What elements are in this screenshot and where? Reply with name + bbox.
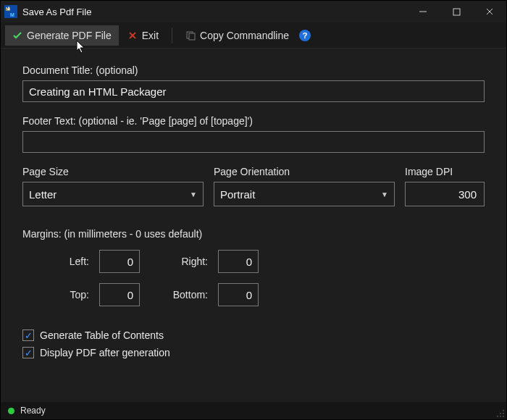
- chevron-down-icon: ▼: [381, 190, 388, 198]
- margin-bottom-label: Bottom:: [150, 289, 208, 301]
- svg-point-12: [500, 413, 501, 414]
- margins-label: Margins: (in millimeters - 0 uses defaul…: [22, 228, 485, 240]
- check-icon: [12, 30, 22, 41]
- resize-grip-icon[interactable]: [495, 408, 505, 418]
- page-orientation-select[interactable]: Portrait ▼: [214, 182, 395, 206]
- copy-commandline-label: Copy Commandline: [200, 30, 289, 41]
- copy-commandline-button[interactable]: Copy Commandline: [178, 25, 296, 46]
- margin-top-input[interactable]: [99, 283, 140, 306]
- close-button[interactable]: [473, 1, 506, 22]
- toolbar-separator: [172, 28, 172, 43]
- footer-text-label: Footer Text: (optional - ie. 'Page [page…: [22, 115, 485, 127]
- svg-point-11: [503, 410, 504, 411]
- generate-toc-label: Generate Table of Contents: [40, 329, 164, 341]
- svg-rect-10: [189, 33, 195, 40]
- svg-point-15: [500, 416, 501, 417]
- svg-point-14: [497, 416, 498, 417]
- image-dpi-label: Image DPI: [405, 166, 485, 177]
- title-bar: M M Save As Pdf File: [1, 1, 506, 22]
- page-size-label: Page Size: [22, 166, 204, 177]
- app-icon: M M: [4, 4, 18, 19]
- generate-toc-checkbox[interactable]: ✓ Generate Table of Contents: [22, 329, 485, 341]
- display-pdf-checkbox[interactable]: ✓ Display PDF after generation: [22, 347, 485, 358]
- margin-bottom-input[interactable]: [218, 283, 259, 306]
- svg-text:M: M: [10, 12, 14, 17]
- generate-pdf-label: Generate PDF File: [27, 30, 112, 41]
- close-icon: [127, 30, 138, 41]
- svg-rect-4: [453, 9, 460, 15]
- copy-icon: [185, 30, 196, 41]
- margin-left-label: Left:: [31, 256, 89, 267]
- status-bar: Ready: [1, 402, 506, 419]
- document-title-label: Document Title: (optional): [22, 64, 485, 76]
- toolbar: Generate PDF File Exit Copy Commandline …: [1, 22, 506, 49]
- margin-left-input[interactable]: [99, 250, 140, 273]
- status-text: Ready: [20, 406, 46, 416]
- svg-point-16: [503, 416, 504, 417]
- footer-text-input[interactable]: [22, 131, 485, 153]
- margin-right-label: Right:: [150, 256, 208, 267]
- exit-label: Exit: [142, 30, 159, 41]
- checkbox-icon: ✓: [22, 329, 34, 341]
- margin-top-label: Top:: [31, 289, 89, 301]
- page-orientation-label: Page Orientation: [214, 166, 395, 177]
- help-icon[interactable]: ?: [299, 30, 311, 41]
- window-title: Save As Pdf File: [22, 7, 406, 17]
- image-dpi-input[interactable]: [405, 182, 485, 206]
- display-pdf-label: Display PDF after generation: [40, 347, 170, 358]
- document-title-input[interactable]: [22, 80, 485, 102]
- page-size-value: Letter: [29, 188, 56, 201]
- generate-pdf-button[interactable]: Generate PDF File: [5, 25, 119, 46]
- svg-point-13: [503, 413, 504, 414]
- checkbox-icon: ✓: [22, 347, 34, 358]
- status-indicator-icon: [8, 408, 14, 414]
- minimize-button[interactable]: [406, 1, 440, 22]
- page-size-select[interactable]: Letter ▼: [22, 182, 204, 206]
- margin-right-input[interactable]: [218, 250, 259, 273]
- form-content: Document Title: (optional) Footer Text: …: [1, 49, 506, 371]
- exit-button[interactable]: Exit: [120, 25, 166, 46]
- chevron-down-icon: ▼: [190, 190, 197, 198]
- page-orientation-value: Portrait: [220, 188, 255, 201]
- maximize-button[interactable]: [440, 1, 473, 22]
